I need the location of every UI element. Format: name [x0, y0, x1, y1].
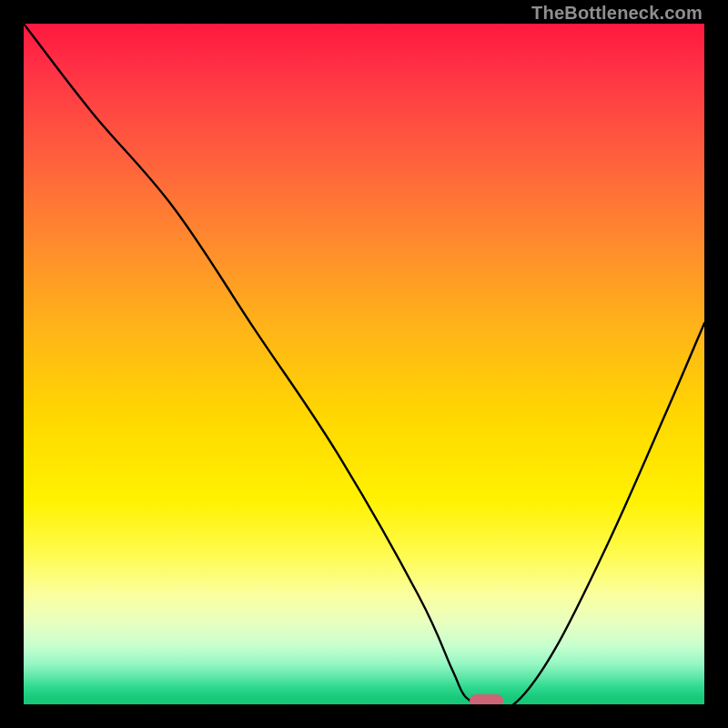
bottleneck-curve	[24, 24, 704, 704]
plot-area	[24, 24, 704, 704]
optimum-marker	[470, 694, 503, 705]
watermark-text: TheBottleneck.com	[531, 3, 703, 24]
curve-svg	[24, 24, 704, 704]
chart-container: { "watermark": "TheBottleneck.com", "cha…	[0, 0, 728, 728]
